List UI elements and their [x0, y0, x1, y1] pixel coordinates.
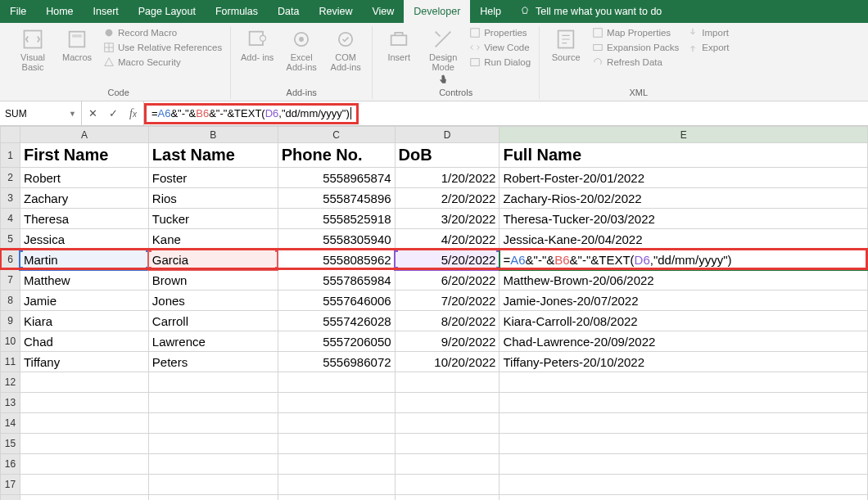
cell-empty[interactable]	[395, 454, 500, 475]
cell-C6[interactable]: 5558085962	[278, 250, 395, 270]
cell-B8[interactable]: Jones	[148, 291, 278, 311]
insert-control-button[interactable]: Insert	[379, 26, 418, 62]
cell-empty[interactable]	[500, 475, 868, 495]
chevron-down-icon[interactable]: ▼	[69, 110, 76, 118]
cell-empty[interactable]	[278, 454, 395, 475]
col-header-B[interactable]: B	[148, 127, 278, 143]
cell-empty[interactable]	[395, 413, 500, 434]
row-header[interactable]: 17	[1, 475, 20, 495]
cell-B7[interactable]: Brown	[148, 270, 278, 291]
cell-empty[interactable]	[148, 475, 278, 495]
cell-E4[interactable]: Theresa-Tucker-20/03/2022	[500, 209, 868, 229]
cell-E1[interactable]: Full Name	[500, 143, 868, 168]
cell-E5[interactable]: Jessica-Kane-20/04/2022	[500, 229, 868, 250]
cell-C4[interactable]: 5558525918	[278, 209, 395, 229]
tab-review[interactable]: Review	[309, 0, 362, 23]
row-header[interactable]: 8	[1, 291, 20, 311]
tell-me-search[interactable]: Tell me what you want to do	[511, 0, 670, 23]
cell-B2[interactable]: Foster	[148, 168, 278, 188]
select-all-corner[interactable]	[1, 127, 20, 143]
col-header-D[interactable]: D	[395, 127, 500, 143]
cell-C8[interactable]: 5557646006	[278, 291, 395, 311]
col-header-E[interactable]: E	[500, 127, 868, 143]
cell-A8[interactable]: Jamie	[20, 291, 148, 311]
formula-input-highlighted[interactable]: =A6&"-"&B6&"-"&TEXT(D6,"dd/mm/yyyy")	[144, 103, 359, 124]
tab-file[interactable]: File	[0, 0, 36, 23]
name-box[interactable]: SUM ▼	[0, 101, 82, 125]
cell-B5[interactable]: Kane	[148, 229, 278, 250]
row-header[interactable]: 18	[1, 495, 20, 501]
cell-E11[interactable]: Tiffany-Peters-20/10/2022	[500, 352, 868, 372]
cell-B9[interactable]: Carroll	[148, 311, 278, 331]
cancel-formula-icon[interactable]: ✕	[88, 107, 97, 119]
row-header[interactable]: 1	[1, 143, 20, 168]
cell-A5[interactable]: Jessica	[20, 229, 148, 250]
cell-D10[interactable]: 9/20/2022	[395, 331, 500, 352]
cell-A11[interactable]: Tiffany	[20, 352, 148, 372]
macros-button[interactable]: Macros	[57, 26, 97, 62]
col-header-C[interactable]: C	[278, 127, 395, 143]
cell-empty[interactable]	[20, 413, 148, 434]
cell-empty[interactable]	[20, 495, 148, 501]
row-header[interactable]: 3	[1, 188, 20, 209]
cell-B10[interactable]: Lawrence	[148, 331, 278, 352]
visual-basic-button[interactable]: Visual Basic	[13, 26, 52, 72]
cell-empty[interactable]	[395, 372, 500, 393]
cell-C1[interactable]: Phone No.	[278, 143, 395, 168]
tab-data[interactable]: Data	[268, 0, 309, 23]
cell-C11[interactable]: 5556986072	[278, 352, 395, 372]
row-header[interactable]: 9	[1, 311, 20, 331]
row-header[interactable]: 13	[1, 393, 20, 413]
export-xml-button[interactable]: Export	[685, 41, 730, 54]
row-header[interactable]: 10	[1, 331, 20, 352]
row-header[interactable]: 2	[1, 168, 20, 188]
cell-A2[interactable]: Robert	[20, 168, 148, 188]
cell-B3[interactable]: Rios	[148, 188, 278, 209]
cell-empty[interactable]	[395, 495, 500, 501]
cell-A10[interactable]: Chad	[20, 331, 148, 352]
run-dialog-button[interactable]: Run Dialog	[468, 56, 532, 69]
cell-B1[interactable]: Last Name	[148, 143, 278, 168]
tab-help[interactable]: Help	[470, 0, 511, 23]
cell-empty[interactable]	[395, 475, 500, 495]
cell-D11[interactable]: 10/20/2022	[395, 352, 500, 372]
cell-D1[interactable]: DoB	[395, 143, 500, 168]
cell-E8[interactable]: Jamie-Jones-20/07/2022	[500, 291, 868, 311]
row-header[interactable]: 12	[1, 372, 20, 393]
view-code-button[interactable]: View Code	[468, 41, 532, 54]
row-header[interactable]: 15	[1, 434, 20, 454]
row-header[interactable]: 6	[1, 250, 20, 270]
expansion-packs-button[interactable]: Expansion Packs	[590, 41, 680, 54]
cell-empty[interactable]	[500, 454, 868, 475]
cell-C3[interactable]: 5558745896	[278, 188, 395, 209]
row-header[interactable]: 4	[1, 209, 20, 229]
cell-C5[interactable]: 5558305940	[278, 229, 395, 250]
cell-empty[interactable]	[20, 454, 148, 475]
cell-B6[interactable]: Garcia	[148, 250, 278, 270]
cell-C2[interactable]: 5558965874	[278, 168, 395, 188]
row-header[interactable]: 5	[1, 229, 20, 250]
cell-empty[interactable]	[278, 393, 395, 413]
accept-formula-icon[interactable]: ✓	[109, 107, 118, 119]
tab-formulas[interactable]: Formulas	[206, 0, 268, 23]
col-header-A[interactable]: A	[20, 127, 148, 143]
cell-empty[interactable]	[278, 475, 395, 495]
cell-E10[interactable]: Chad-Lawrence-20/09/2022	[500, 331, 868, 352]
cell-empty[interactable]	[278, 413, 395, 434]
cell-empty[interactable]	[500, 372, 868, 393]
cell-A9[interactable]: Kiara	[20, 311, 148, 331]
cell-empty[interactable]	[148, 372, 278, 393]
cell-A7[interactable]: Matthew	[20, 270, 148, 291]
cell-empty[interactable]	[278, 372, 395, 393]
cell-empty[interactable]	[20, 393, 148, 413]
cell-empty[interactable]	[148, 434, 278, 454]
cell-A6[interactable]: Martin	[20, 250, 148, 270]
cell-empty[interactable]	[500, 413, 868, 434]
tab-home[interactable]: Home	[36, 0, 83, 23]
macro-security-button[interactable]: Macro Security	[102, 56, 224, 69]
cell-D9[interactable]: 8/20/2022	[395, 311, 500, 331]
cell-E9[interactable]: Kiara-Carroll-20/08/2022	[500, 311, 868, 331]
relative-refs-button[interactable]: Use Relative References	[102, 41, 224, 54]
cell-C7[interactable]: 5557865984	[278, 270, 395, 291]
row-header[interactable]: 16	[1, 454, 20, 475]
